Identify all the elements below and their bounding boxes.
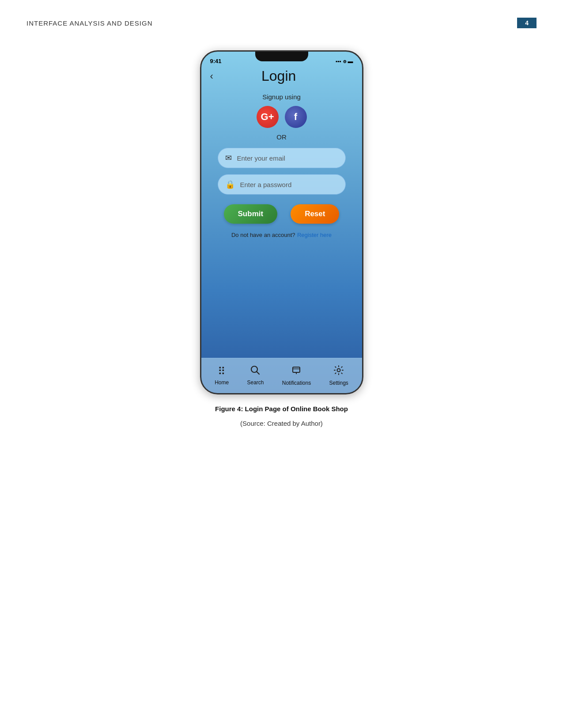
- content-area: 9:41 ▪▪▪ ⌾ ▬ ‹ Login Signup using G+ f: [0, 37, 563, 427]
- google-signup-button[interactable]: G+: [257, 106, 279, 128]
- action-buttons: Submit Reset: [224, 204, 340, 224]
- reset-button[interactable]: Reset: [291, 204, 339, 224]
- signup-section: Signup using G+ f OR ✉ Enter your email …: [201, 93, 362, 239]
- register-row: Do not have an account? Register here: [231, 231, 332, 239]
- password-field[interactable]: 🔒 Enter a password: [218, 174, 346, 195]
- email-icon: ✉: [225, 153, 232, 163]
- phone-notch: [255, 52, 308, 61]
- email-field[interactable]: ✉ Enter your email: [218, 148, 346, 168]
- svg-point-5: [337, 368, 340, 372]
- nav-label-settings: Settings: [329, 380, 348, 386]
- page-number: 4: [517, 18, 537, 28]
- home-icon: ⠿: [218, 365, 226, 378]
- page-header: INTERFACE ANALYSIS AND DESIGN 4: [0, 0, 563, 37]
- figure-source: (Source: Created by Author): [240, 420, 323, 427]
- social-buttons: G+ f: [257, 106, 307, 128]
- notifications-icon: [291, 365, 302, 378]
- facebook-icon: f: [294, 111, 297, 123]
- nav-label-home: Home: [215, 379, 229, 386]
- figure-caption: Figure 4: Login Page of Online Book Shop: [215, 405, 348, 413]
- signup-label: Signup using: [262, 93, 301, 101]
- screen-title: Login: [218, 68, 340, 84]
- back-button[interactable]: ‹: [210, 71, 213, 82]
- top-nav: ‹ Login: [201, 66, 362, 89]
- svg-line-1: [257, 372, 260, 374]
- search-icon: [250, 365, 260, 378]
- settings-icon: [333, 365, 344, 378]
- email-placeholder: Enter your email: [237, 154, 285, 162]
- nav-item-notifications[interactable]: Notifications: [282, 365, 311, 386]
- bottom-nav: ⠿ Home Search: [201, 358, 362, 393]
- nav-label-search: Search: [247, 379, 264, 386]
- status-time: 9:41: [210, 58, 222, 64]
- lock-icon: 🔒: [225, 180, 235, 189]
- nav-item-home[interactable]: ⠿ Home: [215, 365, 229, 386]
- register-prefix: Do not have an account?: [231, 232, 295, 238]
- nav-item-settings[interactable]: Settings: [329, 365, 348, 386]
- password-placeholder: Enter a password: [240, 181, 292, 188]
- nav-label-notifications: Notifications: [282, 380, 311, 386]
- or-divider: OR: [276, 133, 287, 141]
- nav-item-search[interactable]: Search: [247, 365, 264, 386]
- document-title: INTERFACE ANALYSIS AND DESIGN: [26, 19, 152, 27]
- signal-icon: ▪▪▪: [336, 58, 341, 64]
- status-icons: ▪▪▪ ⌾ ▬: [336, 58, 353, 64]
- phone-mockup: 9:41 ▪▪▪ ⌾ ▬ ‹ Login Signup using G+ f: [200, 50, 363, 394]
- google-icon: G+: [261, 111, 274, 123]
- svg-rect-2: [293, 367, 300, 372]
- submit-button[interactable]: Submit: [224, 204, 278, 224]
- wifi-icon: ⌾: [343, 58, 346, 64]
- battery-icon: ▬: [348, 58, 353, 64]
- register-link[interactable]: Register here: [297, 232, 332, 238]
- facebook-signup-button[interactable]: f: [285, 106, 307, 128]
